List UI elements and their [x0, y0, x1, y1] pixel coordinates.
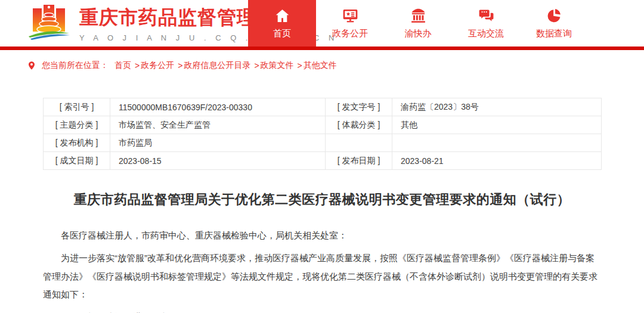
- breadcrumb-separator: >: [135, 61, 140, 70]
- breadcrumb-item-other-files[interactable]: 其他文件: [304, 60, 337, 71]
- nav-tab-interaction[interactable]: 互动交流: [452, 0, 520, 47]
- meta-label-genre-class: [ 体裁分类 ]: [326, 116, 392, 134]
- meta-value-topic-class: 市场监管、安全生产监管: [110, 116, 326, 134]
- chat-bubbles-icon: [478, 8, 494, 24]
- document-meta-table: [ 索引号 ] 11500000MB1670639F/2023-00330 [ …: [43, 98, 602, 170]
- main-nav: 首页 政务公开 渝快办: [248, 0, 588, 47]
- nav-tab-label: 政务公开: [332, 28, 368, 39]
- breadcrumb-item-catalog[interactable]: 政府信息公开目录: [184, 60, 250, 71]
- nav-tab-data-query[interactable]: 数据查询: [520, 0, 588, 47]
- nav-tab-label: 渝快办: [405, 28, 432, 39]
- nav-tab-home[interactable]: 首页: [248, 0, 316, 47]
- meta-label-index-no: [ 索引号 ]: [44, 98, 110, 116]
- home-icon: [274, 8, 290, 24]
- breadcrumb-separator: >: [298, 61, 302, 70]
- meta-label-written-date: [ 成文日期 ]: [44, 152, 110, 170]
- table-row: [ 索引号 ] 11500000MB1670639F/2023-00330 [ …: [44, 98, 602, 116]
- document-body: 各医疗器械注册人，市药审中心、重庆器械检验中心，局机关相关处室： 为进一步落实“…: [43, 227, 601, 313]
- meta-label-publisher: [ 发布机构 ]: [44, 134, 110, 152]
- article-paragraph-salutation: 各医疗器械注册人，市药审中心、重庆器械检验中心，局机关相关处室：: [43, 227, 601, 245]
- table-row: [ 成文日期 ] 2023-08-15 [ 发布日期 ] 2023-08-21: [44, 152, 602, 170]
- meta-value-genre-class: 其他: [392, 116, 602, 134]
- page-title: 重庆市药品监督管理局关于优化第二类医疗器械说明书变更管理要求的通知（试行）: [43, 191, 601, 209]
- breadcrumb-prefix: 您当前所在位置：: [42, 60, 109, 71]
- meta-value-doc-no: 渝药监〔2023〕38号: [392, 98, 602, 116]
- breadcrumb-item-home[interactable]: 首页: [114, 60, 131, 71]
- breadcrumb-separator: >: [178, 61, 182, 70]
- meta-label-empty: [326, 134, 392, 152]
- nav-tab-label: 首页: [273, 28, 291, 39]
- meta-value-empty: [392, 134, 602, 152]
- agency-logo-icon: [27, 4, 71, 43]
- table-row: [ 主题分类 ] 市场监管、安全生产监管 [ 体裁分类 ] 其他: [44, 116, 602, 134]
- table-row: [ 发布机构 ] 市药监局: [44, 134, 602, 152]
- nav-tab-label: 互动交流: [468, 28, 504, 39]
- nav-tab-services[interactable]: 渝快办: [384, 0, 452, 47]
- location-pin-icon: [27, 61, 36, 70]
- breadcrumb-item-policy-files[interactable]: 政策文件: [261, 60, 294, 71]
- site-header: 重庆市药品监督管理局 Y A O J I A N J U . C Q . G O…: [0, 0, 644, 47]
- meta-label-publish-date: [ 发布日期 ]: [326, 152, 392, 170]
- meta-label-doc-no: [ 发文字号 ]: [326, 98, 392, 116]
- nav-tab-gov-info[interactable]: 政务公开: [316, 0, 384, 47]
- breadcrumb-separator: >: [254, 61, 259, 70]
- document-page: [ 索引号 ] 11500000MB1670639F/2023-00330 [ …: [43, 98, 601, 313]
- meta-value-publisher: 市药监局: [110, 134, 326, 152]
- article-paragraph-intro: 为进一步落实“放管服”改革和优化营商环境要求，推动医疗器械产业高质量发展，按照《…: [43, 249, 601, 304]
- meta-value-written-date: 2023-08-15: [110, 152, 326, 170]
- meta-value-publish-date: 2023-08-21: [392, 152, 602, 170]
- breadcrumb-item-gov-info[interactable]: 政务公开: [141, 60, 174, 71]
- pie-chart-icon: [546, 8, 562, 24]
- meta-value-index-no: 11500000MB1670639F/2023-00330: [110, 98, 326, 116]
- meta-label-topic-class: [ 主题分类 ]: [44, 116, 110, 134]
- monitor-star-icon: [342, 8, 358, 24]
- breadcrumb: 您当前所在位置： 首页 > 政务公开 > 政府信息公开目录 > 政策文件 > 其…: [0, 50, 644, 79]
- bank-icon: [410, 8, 426, 24]
- nav-tab-label: 数据查询: [536, 28, 572, 39]
- site-brand[interactable]: 重庆市药品监督管理局 Y A O J I A N J U . C Q . G O…: [0, 0, 248, 47]
- article-paragraph-section-1: 一、根据风险评估进行分类管理: [43, 308, 601, 313]
